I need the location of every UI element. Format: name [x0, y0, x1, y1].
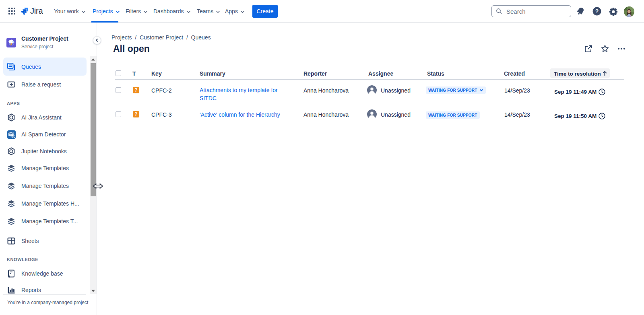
svg-text:?: ? [595, 8, 599, 14]
